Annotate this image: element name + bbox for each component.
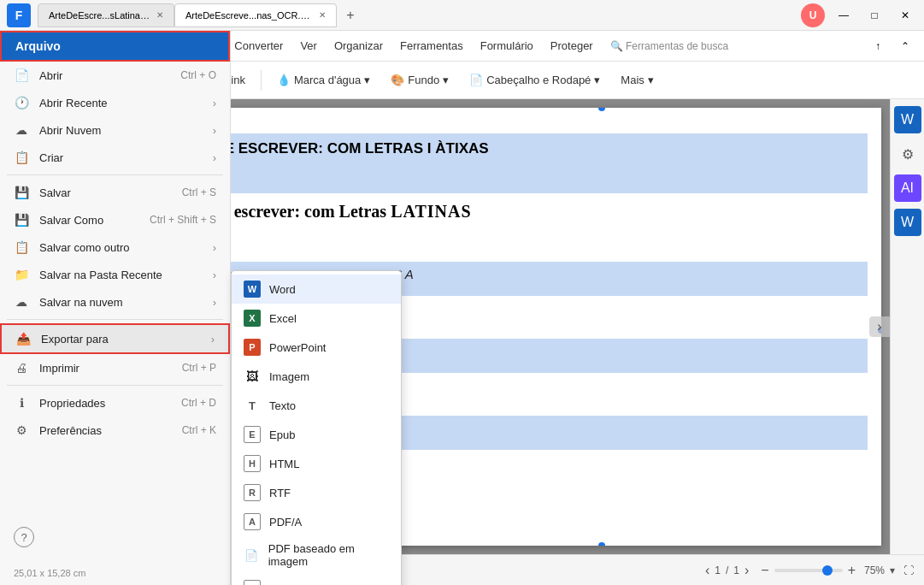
maximize-button[interactable]: □ (862, 3, 886, 27)
tab-inactive-label: ArteDeEscre...sLatinas.pdf (49, 10, 151, 21)
texto-submenu-icon: T (244, 397, 261, 414)
file-menu-propriedades[interactable]: ℹ Propriedades Ctrl + D (0, 389, 230, 417)
menu-formulario[interactable]: Formulário (472, 36, 542, 56)
menu-converter[interactable]: Converter (226, 36, 291, 56)
exportar-icon: 📤 (15, 331, 31, 346)
file-menu-preferencias[interactable]: ⚙ Preferências Ctrl + K (0, 417, 230, 444)
salvar-icon: 💾 (14, 185, 29, 200)
title-bar: F ArteDeEscre...sLatinas.pdf ✕ ArteDeEsc… (0, 0, 924, 31)
user-avatar[interactable]: U (801, 3, 825, 27)
submenu-pdf-imagem[interactable]: 📄 PDF baseado em imagem (232, 536, 401, 574)
file-menu-imprimir[interactable]: 🖨 Imprimir Ctrl + P (0, 354, 230, 381)
propriedades-icon: ℹ (14, 395, 29, 411)
file-menu-salvar-outro[interactable]: 📋 Salvar como outro › (0, 233, 230, 261)
tab-inactive-close[interactable]: ✕ (156, 10, 163, 20)
hwp-submenu-icon: H (244, 580, 261, 585)
file-menu-salvar-pasta[interactable]: 📁 Salvar na Pasta Recente › (0, 261, 230, 288)
submenu-texto[interactable]: T Texto (232, 391, 401, 420)
expand-button[interactable]: ⌃ (893, 34, 917, 58)
imagem-submenu-icon: 🖼 (244, 368, 261, 385)
abrir-nuvem-icon: ☁ (14, 122, 29, 138)
file-menu-exportar[interactable]: 📤 Exportar para › (0, 323, 230, 354)
word2-sidebar-btn[interactable]: W (894, 209, 921, 236)
tab-active[interactable]: ArteDeEscreve...nas_OCR.pdf * ✕ (174, 3, 337, 27)
salvar-nuvem-icon: ☁ (14, 294, 29, 310)
menu-ferramentas[interactable]: Ferramentas (391, 36, 472, 56)
criar-icon: 📋 (14, 150, 29, 165)
title-bar-right: U — □ ✕ (801, 3, 917, 27)
abrir-recente-icon: 🕐 (14, 95, 29, 110)
ai-sidebar-btn[interactable]: AI (894, 174, 921, 202)
toolbar-cabecalho[interactable]: 📄 Cabeçalho e Rodapé ▾ (461, 70, 609, 90)
pdfa-submenu-icon: A (244, 513, 261, 530)
submenu-pdfa[interactable]: A PDF/A (232, 507, 401, 536)
page-total: 1 (733, 564, 739, 576)
selection-handle-bottom[interactable] (598, 542, 605, 546)
cabecalho-icon: 📄 (469, 74, 483, 86)
chevron-zoom-icon[interactable]: ▾ (890, 564, 895, 576)
salvar-pasta-icon: 📁 (14, 267, 29, 282)
file-menu-sep2 (7, 319, 223, 320)
page-prev-btn[interactable]: ‹ (705, 563, 709, 578)
export-submenu: W Word X Excel P PowerPoint 🖼 Imagem T T… (231, 270, 402, 585)
submenu-excel[interactable]: X Excel (232, 304, 401, 333)
minimize-button[interactable]: — (832, 3, 856, 27)
file-menu: Arquivo 📄 Abrir Ctrl + O 🕐 Abrir Recente… (0, 31, 231, 585)
toolbar-fundo[interactable]: 🎨 Fundo ▾ (382, 70, 457, 90)
page-current: 1 (715, 564, 721, 576)
settings-sidebar-btn[interactable]: ⚙ (894, 140, 921, 168)
submenu-imagem[interactable]: 🖼 Imagem (232, 362, 401, 391)
submenu-html[interactable]: H HTML (232, 449, 401, 478)
menu-proteger[interactable]: Proteger (542, 36, 602, 56)
upload-button[interactable]: ↑ (866, 34, 890, 58)
zoom-in-btn[interactable]: + (848, 563, 856, 578)
pdf-text-gothic: rte De escrever: com Letras LATINAS (185, 202, 868, 222)
chevron-mais-icon: ▾ (648, 74, 654, 86)
nav-right-btn[interactable]: › (869, 316, 890, 337)
chevron-cabecalho-icon: ▾ (594, 74, 600, 86)
right-sidebar: W ⚙ AI W (890, 99, 924, 554)
tab-inactive[interactable]: ArteDeEscre...sLatinas.pdf ✕ (38, 3, 174, 27)
imprimir-icon: 🖨 (14, 360, 29, 375)
word-sidebar-btn[interactable]: W (894, 106, 921, 133)
menu-ver[interactable]: Ver (291, 36, 326, 56)
word-submenu-icon: W (244, 281, 261, 298)
page-next-btn[interactable]: › (744, 563, 749, 578)
file-menu-salvar-nuvem[interactable]: ☁ Salvar na nuvem › (0, 288, 230, 316)
zoom-thumb (822, 565, 833, 576)
pdf-imagem-submenu-icon: 📄 (244, 547, 260, 564)
zoom-out-btn[interactable]: − (761, 563, 768, 578)
marca-icon: 💧 (277, 74, 291, 86)
file-menu-criar[interactable]: 📋 Criar › (0, 144, 230, 171)
file-menu-abrir[interactable]: 📄 Abrir Ctrl + O (0, 62, 230, 89)
abrir-icon: 📄 (14, 68, 29, 83)
toolbar-marca-dagua[interactable]: 💧 Marca d'água ▾ (268, 70, 379, 90)
submenu-rtf[interactable]: R RTF (232, 478, 401, 507)
selection-handle-top[interactable] (598, 108, 605, 111)
zoom-slider[interactable] (774, 569, 843, 572)
add-tab-button[interactable]: + (340, 5, 361, 26)
help-btn[interactable]: ? (14, 527, 34, 547)
submenu-hwp[interactable]: H HWP (232, 574, 401, 585)
excel-submenu-icon: X (244, 310, 261, 327)
submenu-powerpoint[interactable]: P PowerPoint (232, 333, 401, 362)
file-menu-abrir-nuvem[interactable]: ☁ Abrir Nuvem › (0, 116, 230, 144)
fit-page-btn[interactable]: ⛶ (903, 564, 914, 576)
pdf-selection-1: TE DE ESCREVER: COM LETRAS I ÀTIXAS (185, 133, 868, 193)
submenu-epub[interactable]: E Epub (232, 420, 401, 449)
fundo-icon: 🎨 (391, 74, 404, 86)
file-menu-salvar[interactable]: 💾 Salvar Ctrl + S (0, 179, 230, 206)
tab-active-label: ArteDeEscreve...nas_OCR.pdf * (185, 10, 314, 21)
file-menu-abrir-recente[interactable]: 🕐 Abrir Recente › (0, 89, 230, 116)
file-menu-salvar-como[interactable]: 💾 Salvar Como Ctrl + Shift + S (0, 206, 230, 233)
close-button[interactable]: ✕ (893, 3, 917, 27)
pdf-text-1: TE DE ESCREVER: COM LETRAS I ÀTIXAS (185, 133, 868, 164)
salvar-como-icon: 💾 (14, 212, 29, 228)
menu-organizar[interactable]: Organizar (326, 36, 391, 56)
file-menu-sep1 (7, 174, 223, 175)
submenu-word[interactable]: W Word (232, 275, 401, 304)
toolbar-mais[interactable]: Mais ▾ (612, 70, 662, 90)
epub-submenu-icon: E (244, 426, 261, 443)
tab-active-close[interactable]: ✕ (319, 10, 326, 20)
menu-busca[interactable]: 🔍 Ferramentas de busca (602, 37, 737, 56)
